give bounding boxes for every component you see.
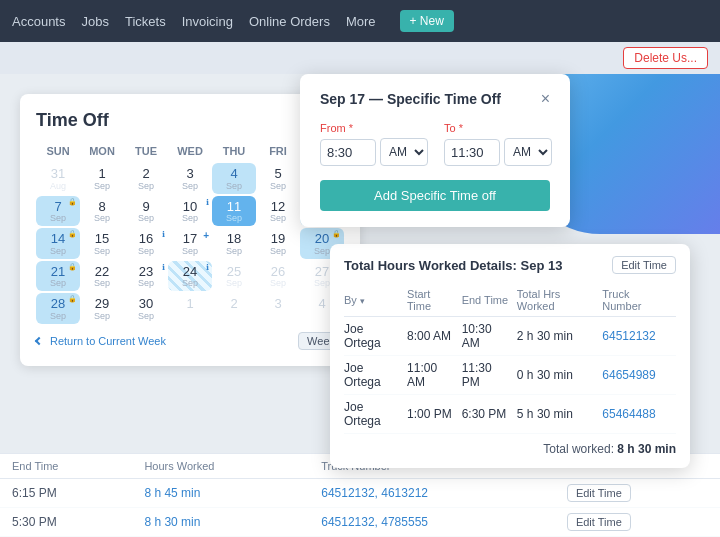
day-mon: MON [80,143,124,159]
hours-table: By ▾ Start Time End Time Total Hrs Worke… [344,284,676,434]
bottom-truck-link-0[interactable]: 64512132, 4613212 [321,486,428,500]
cal-cell-r3-c5[interactable]: 26Sep [256,261,300,292]
cal-cell-r4-c4[interactable]: 2 [212,293,256,324]
hours-cell-by-2: Joe Ortega [344,395,407,434]
bottom-truck-link-1[interactable]: 64512132, 4785555 [321,515,428,529]
hours-cell-start-1: 11:00 AM [407,356,462,395]
from-input-group: AM PM [320,138,428,166]
hours-cell-end-1: 11:30 PM [462,356,517,395]
day-wed: WED [168,143,212,159]
cal-cell-r2-c5[interactable]: 19Sep [256,228,300,259]
bottom-action-1: Edit Time [555,508,720,537]
hours-cell-by-1: Joe Ortega [344,356,407,395]
cal-cell-r1-c3[interactable]: 10Sepℹ [168,196,212,227]
return-link[interactable]: Return to Current Week [36,335,166,347]
cal-cell-r4-c2[interactable]: 30Sep [124,293,168,324]
hours-cell-truck-2[interactable]: 65464488 [602,395,676,434]
cal-cell-r3-c2[interactable]: 23Sepℹ [124,261,168,292]
cal-cell-r0-c3[interactable]: 3Sep [168,163,212,194]
hours-panel: Total Hours Worked Details: Sep 13 Edit … [330,244,690,468]
truck-link-1[interactable]: 64654989 [602,368,655,382]
timeoff-modal: Sep 17 — Specific Time Off × From * AM P… [300,74,570,227]
nav-jobs[interactable]: Jobs [81,14,108,29]
hours-cell-by-0: Joe Ortega [344,317,407,356]
hours-row-1: Joe Ortega11:00 AM11:30 PM0 h 30 min6465… [344,356,676,395]
cal-cell-r3-c3[interactable]: 24Sepℹ [168,261,212,292]
add-timeoff-button[interactable]: Add Specific Time off [320,180,550,211]
hours-row-2: Joe Ortega1:00 PM6:30 PM5 h 30 min654644… [344,395,676,434]
cal-cell-r1-c1[interactable]: 8Sep [80,196,124,227]
bottom-row-1: 5:30 PM8 h 30 min64512132, 4785555Edit T… [0,508,720,537]
bottom-truck-1: 64512132, 4785555 [309,508,555,537]
day-fri: FRI [256,143,300,159]
info-icon: ℹ [162,230,165,239]
cal-cell-r2-c1[interactable]: 15Sep [80,228,124,259]
cal-cell-r0-c0[interactable]: 31Aug [36,163,80,194]
bottom-action-0: Edit Time [555,479,720,508]
cal-cell-r1-c5[interactable]: 12Sep [256,196,300,227]
to-time-input[interactable] [444,139,500,166]
bottom-end-0: 6:15 PM [0,479,132,508]
cal-cell-r2-c3[interactable]: 17Sep+ [168,228,212,259]
cal-cell-r2-c0[interactable]: 14Sep🔒 [36,228,80,259]
nav-invoicing[interactable]: Invoicing [182,14,233,29]
calendar-footer: Return to Current Week Week [36,332,344,350]
hours-cell-start-0: 8:00 AM [407,317,462,356]
cal-cell-r4-c5[interactable]: 3 [256,293,300,324]
bottom-edit-btn-0[interactable]: Edit Time [567,484,631,502]
cal-cell-r0-c2[interactable]: 2Sep [124,163,168,194]
lock-icon: 🔒 [332,230,341,238]
col-end: End Time [462,284,517,317]
cal-cell-r3-c0[interactable]: 21Sep🔒 [36,261,80,292]
hours-cell-end-2: 6:30 PM [462,395,517,434]
hours-panel-title: Total Hours Worked Details: Sep 13 [344,258,562,273]
navbar: Accounts Jobs Tickets Invoicing Online O… [0,0,720,42]
col-total: Total Hrs Worked [517,284,602,317]
cal-cell-r4-c0[interactable]: 28Sep🔒 [36,293,80,324]
bottom-col-hours: Hours Worked [132,454,309,479]
cal-cell-r1-c2[interactable]: 9Sep [124,196,168,227]
cal-cell-r4-c3[interactable]: 1 [168,293,212,324]
cal-cell-r1-c4[interactable]: 11Sep [212,196,256,227]
hours-cell-truck-1[interactable]: 64654989 [602,356,676,395]
nav-tickets[interactable]: Tickets [125,14,166,29]
cal-cell-r3-c4[interactable]: 25Sep [212,261,256,292]
hours-link-0[interactable]: 8 h 45 min [144,486,200,500]
hours-row-0: Joe Ortega8:00 AM10:30 AM2 h 30 min64512… [344,317,676,356]
from-period-select[interactable]: AM PM [380,138,428,166]
bottom-table-body: 6:15 PM8 h 45 min64512132, 4613212Edit T… [0,479,720,537]
to-period-select[interactable]: AM PM [504,138,552,166]
delete-button[interactable]: Delete Us... [623,47,708,69]
calendar-title: Time Off [36,110,344,131]
hours-edit-button[interactable]: Edit Time [612,256,676,274]
calendar-row-1: 7Sep🔒8Sep9Sep10Sepℹ11Sep12Sep13Sep🔒 [36,196,344,227]
from-time-input[interactable] [320,139,376,166]
nav-accounts[interactable]: Accounts [12,14,65,29]
modal-close-button[interactable]: × [541,90,550,108]
hours-link-1[interactable]: 8 h 30 min [144,515,200,529]
nav-online-orders[interactable]: Online Orders [249,14,330,29]
day-thu: THU [212,143,256,159]
cal-cell-r4-c1[interactable]: 29Sep [80,293,124,324]
col-truck: Truck Number [602,284,676,317]
bottom-edit-btn-1[interactable]: Edit Time [567,513,631,531]
cal-cell-r0-c5[interactable]: 5Sep [256,163,300,194]
cal-cell-r2-c2[interactable]: 16Sepℹ [124,228,168,259]
hours-cell-truck-0[interactable]: 64512132 [602,317,676,356]
main-area: Time Off SUN MON TUE WED THU FRI SAT 31A… [0,74,720,537]
truck-link-2[interactable]: 65464488 [602,407,655,421]
nav-more[interactable]: More [346,14,376,29]
cal-cell-r2-c4[interactable]: 18Sep [212,228,256,259]
new-button[interactable]: + New [400,10,454,32]
cal-cell-r3-c1[interactable]: 22Sep [80,261,124,292]
bottom-hours-0: 8 h 45 min [132,479,309,508]
cal-cell-r1-c0[interactable]: 7Sep🔒 [36,196,80,227]
truck-link-0[interactable]: 64512132 [602,329,655,343]
bottom-truck-0: 64512132, 4613212 [309,479,555,508]
from-field: From * AM PM [320,122,428,166]
hours-table-body: Joe Ortega8:00 AM10:30 AM2 h 30 min64512… [344,317,676,434]
cal-cell-r0-c4[interactable]: 4Sep [212,163,256,194]
calendar-row-4: 28Sep🔒29Sep30Sep1234 [36,293,344,324]
hours-table-header-row: By ▾ Start Time End Time Total Hrs Worke… [344,284,676,317]
cal-cell-r0-c1[interactable]: 1Sep [80,163,124,194]
